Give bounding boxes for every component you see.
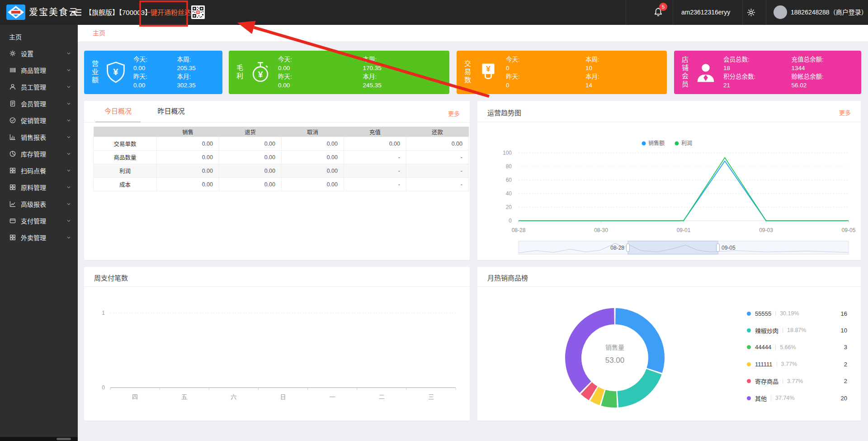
legend-separator xyxy=(775,345,776,350)
legend-item[interactable]: 辣椒炒肉18.87%10 xyxy=(747,326,847,335)
svg-text:¥: ¥ xyxy=(258,70,263,79)
row-label: 商品数量 xyxy=(94,151,157,164)
legend-dot-icon xyxy=(747,328,751,332)
legend-separator xyxy=(771,395,771,401)
stat-card-title: 营业额 xyxy=(91,60,98,85)
table-header-cell: 退货 xyxy=(219,127,282,137)
legend-item-percent: 30.19% xyxy=(780,310,799,317)
legend-item-name: 44444 xyxy=(755,344,771,351)
datazoom-handle[interactable] xyxy=(627,244,630,251)
overview-more-link[interactable]: 更多 xyxy=(448,109,460,118)
chevron-down-icon xyxy=(66,51,71,56)
sidebar-item-label: 主页 xyxy=(9,32,71,41)
table-cell: - xyxy=(344,178,406,191)
metric-value: 14 xyxy=(585,81,660,90)
legend-dot xyxy=(642,142,646,146)
panel-week-payments: 周支付笔数 10四五六日一二三 xyxy=(84,267,470,421)
sidebar-item-material[interactable]: 原料管理 xyxy=(0,179,78,195)
sidebar-item-takeout[interactable]: 外卖管理 xyxy=(0,229,78,246)
stat-card-gross-profit: 毛利¥今天:0.00昨天:0.00本周:170.35本月:245.35 xyxy=(229,51,449,94)
chevron-down-icon xyxy=(66,185,71,190)
account-menu[interactable]: 18826248288（商户登录） xyxy=(791,0,868,25)
tab-home[interactable]: 主页 xyxy=(78,25,105,42)
sidebar-item-staff[interactable]: 员工管理 xyxy=(0,78,78,95)
svg-text:¥: ¥ xyxy=(113,67,118,77)
legend-item[interactable]: 其他37.74%20 xyxy=(747,394,847,403)
svg-text:40: 40 xyxy=(506,190,512,197)
sidebar-item-goods[interactable]: 商品管理 xyxy=(0,62,78,78)
metric-value: 18 xyxy=(723,64,786,72)
tab-today-overview[interactable]: 今日概况 xyxy=(95,101,141,123)
stat-card-metrics-column: 今天:0.00昨天:0.00 xyxy=(278,55,358,90)
app-root: 爱宝美食云 【旗舰版】 【700003】 一键开通粉丝达人 xyxy=(0,0,868,441)
table-cell: 0.00 xyxy=(219,178,282,191)
chevron-down-icon xyxy=(66,101,71,106)
svg-text:100: 100 xyxy=(503,150,512,156)
legend-separator xyxy=(783,327,783,333)
metric-label: 充值总余额: xyxy=(792,55,854,64)
legend-dot-icon xyxy=(747,345,751,349)
sidebar-item-promotion[interactable]: 促销管理 xyxy=(0,112,78,128)
donut-slice[interactable] xyxy=(618,369,662,408)
settings-gear-icon[interactable] xyxy=(746,8,756,19)
sidebar-item-home[interactable]: 主页 xyxy=(0,28,78,45)
stat-card-title: 毛利 xyxy=(236,64,243,81)
chevron-down-icon xyxy=(66,235,71,240)
table-cell: 0.00 xyxy=(157,178,219,191)
pay-icon xyxy=(9,217,16,224)
app-logo-icon xyxy=(6,5,25,20)
sidebar-item-sales-report[interactable]: 销售报表 xyxy=(0,128,78,145)
qr-code-icon[interactable] xyxy=(191,5,205,21)
legend-item-value: 2 xyxy=(844,378,847,384)
notification-count-badge: 5 xyxy=(659,3,667,11)
stat-card-metrics-column: 本周:205.35本月:302.35 xyxy=(177,55,216,90)
metric-label: 本月: xyxy=(363,72,443,81)
username-menu[interactable]: am23612316eryy xyxy=(681,0,730,25)
legend-item-value: 10 xyxy=(841,327,847,334)
legend-item[interactable]: 寄存商品3.77%2 xyxy=(747,377,847,386)
sidebar: 主页设置商品管理员工管理会员管理促销管理销售报表库存管理扫码点餐原料管理高级报表… xyxy=(0,25,78,441)
sidebar-item-member[interactable]: 会员管理 xyxy=(0,95,78,112)
svg-text:0: 0 xyxy=(509,218,512,224)
sidebar-item-payment[interactable]: 支付管理 xyxy=(0,212,78,229)
datazoom-handle[interactable] xyxy=(717,244,720,251)
tab-yesterday-overview[interactable]: 昨日概况 xyxy=(148,101,193,122)
svg-text:¥: ¥ xyxy=(486,64,491,73)
promo-link[interactable]: 一键开通粉丝达人 xyxy=(144,0,198,25)
trend-chart-legend[interactable]: 销售额利润 xyxy=(642,140,693,147)
metric-label: 本周: xyxy=(363,55,443,64)
table-cell: 0.00 xyxy=(219,164,282,178)
sidebar-item-settings[interactable]: 设置 xyxy=(0,45,78,62)
legend-item-value: 20 xyxy=(841,395,847,402)
table-header-cell: 销售 xyxy=(157,127,219,137)
sidebar-item-label: 商品管理 xyxy=(21,66,66,75)
sidebar-scrollbar xyxy=(0,437,78,441)
edition-badge[interactable]: 【旗舰版】 xyxy=(85,0,119,25)
sidebar-item-scan-order[interactable]: 扫码点餐 xyxy=(0,162,78,179)
topbar-divider xyxy=(626,0,626,25)
panel-operation-trend: 运营趋势图 更多 02040608010008-2808-3009-0109-0… xyxy=(477,101,861,260)
metric-label: 会员总数: xyxy=(723,55,786,64)
chevron-down-icon xyxy=(66,201,71,207)
chevron-down-icon xyxy=(66,134,71,140)
sidebar-item-stock[interactable]: 库存管理 xyxy=(0,145,78,162)
menu-collapse-icon[interactable] xyxy=(72,9,82,18)
metric-label: 本月: xyxy=(585,72,660,81)
sidebar-scrollbar-thumb[interactable] xyxy=(57,438,71,440)
datazoom-window[interactable] xyxy=(628,241,718,254)
legend-item[interactable]: 444445.66%3 xyxy=(747,343,847,352)
svg-text:60: 60 xyxy=(506,177,512,183)
metric-value: 0.00 xyxy=(278,81,358,90)
table-cell: - xyxy=(406,178,469,191)
metric-value: 0.00 xyxy=(133,64,172,72)
member-icon xyxy=(693,60,718,85)
sidebar-item-advanced-report[interactable]: 高级报表 xyxy=(0,195,78,212)
legend-item[interactable]: 5555530.19%16 xyxy=(747,309,847,318)
svg-text:一: 一 xyxy=(330,394,335,400)
avatar[interactable] xyxy=(774,5,787,19)
timer-yen-icon: ¥ xyxy=(248,60,273,85)
pie-icon xyxy=(9,150,16,157)
legend-item[interactable]: 1111113.77%2 xyxy=(747,360,847,369)
legend-item-value: 2 xyxy=(844,361,847,368)
donut-center-label: 销售量 xyxy=(605,344,624,351)
